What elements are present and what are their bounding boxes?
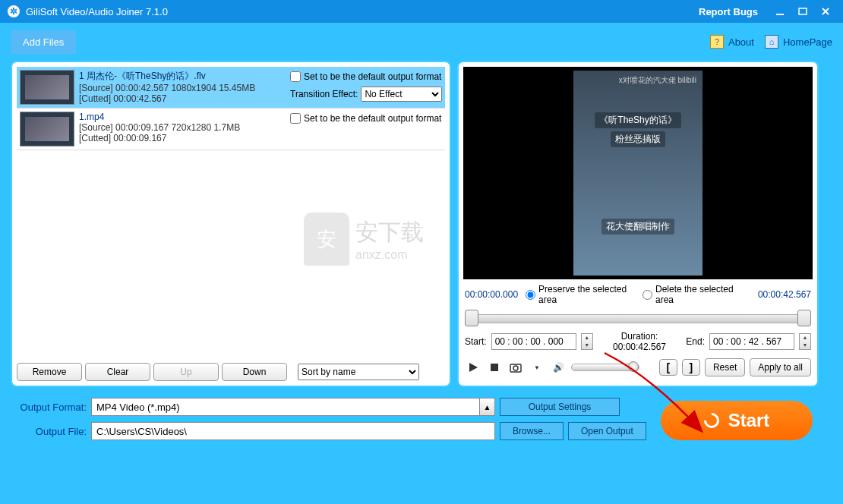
window-title: GiliSoft Video/Audio Joiner 7.1.0: [26, 6, 168, 17]
mark-out-button[interactable]: ]: [682, 359, 700, 376]
end-time-label: End:: [686, 336, 705, 347]
preview-panel: x对喷花的汽大佬 bilibili 《听TheShy的话》 粉丝恶搞版 花大使翻…: [457, 61, 819, 387]
volume-slider[interactable]: [571, 364, 639, 371]
time-end-label: 00:00:42.567: [758, 289, 811, 300]
file-cutted-meta: [Cutted] 00:00:42.567: [79, 93, 290, 104]
delete-radio[interactable]: Delete the selected area: [643, 284, 743, 305]
file-name: 1.mp4: [79, 112, 290, 122]
preview-source-watermark: x对喷花的汽大佬 bilibili: [619, 75, 696, 86]
file-list: 1 周杰伦-《听TheShy的话》.flv [Source] 00:00:42.…: [17, 67, 445, 358]
video-preview[interactable]: x对喷花的汽大佬 bilibili 《听TheShy的话》 粉丝恶搞版 花大使翻…: [463, 67, 813, 279]
remove-button[interactable]: Remove: [17, 363, 82, 381]
start-time-label: Start:: [465, 336, 487, 347]
up-button[interactable]: Up: [153, 363, 219, 381]
end-time-spinner[interactable]: ▲▼: [799, 333, 811, 350]
file-name: 1 周杰伦-《听TheShy的话》.flv: [79, 70, 290, 83]
file-source-meta: [Source] 00:00:42.567 1080x1904 15.45MB: [79, 83, 290, 93]
maximize-button[interactable]: [793, 4, 813, 19]
about-label: About: [728, 36, 754, 48]
mark-in-button[interactable]: [: [659, 359, 677, 376]
file-item[interactable]: 1 周杰伦-《听TheShy的话》.flv [Source] 00:00:42.…: [17, 67, 445, 109]
file-item[interactable]: 1.mp4 [Source] 00:00:09.167 720x1280 1.7…: [17, 109, 445, 150]
app-logo-icon: ✲: [8, 5, 20, 17]
clear-button[interactable]: Clear: [85, 363, 150, 381]
preview-title-1: 《听TheShy的话》: [595, 112, 680, 128]
output-format-input[interactable]: [91, 398, 480, 416]
list-buttons-row: Remove Clear Up Down Sort by name: [17, 358, 445, 381]
time-start-label: 00:00:00.000: [465, 289, 518, 300]
output-section: Output Format: ▲ Output Settings Output …: [0, 387, 843, 457]
home-icon: ⌂: [765, 35, 778, 49]
output-format-label: Output Format:: [11, 402, 87, 413]
file-cutted-meta: [Cutted] 00:00:09.167: [79, 133, 290, 143]
svg-rect-5: [491, 364, 498, 371]
output-format-dropdown-button[interactable]: ▲: [480, 398, 495, 416]
down-button[interactable]: Down: [222, 363, 287, 381]
apply-to-all-button[interactable]: Apply to all: [750, 358, 811, 376]
start-time-input[interactable]: [491, 333, 576, 350]
output-file-label: Output File:: [11, 426, 87, 437]
output-settings-button[interactable]: Output Settings: [500, 398, 620, 416]
homepage-label: HomePage: [783, 36, 832, 48]
start-button[interactable]: Start: [661, 401, 813, 440]
stop-button[interactable]: [486, 359, 503, 376]
about-icon: ?: [710, 35, 724, 49]
output-file-input[interactable]: [91, 422, 495, 440]
about-link[interactable]: ? About: [710, 35, 754, 49]
end-time-input[interactable]: [709, 333, 794, 350]
file-list-panel: 1 周杰伦-《听TheShy的话》.flv [Source] 00:00:42.…: [11, 61, 451, 387]
file-thumbnail: [20, 112, 74, 146]
svg-marker-4: [469, 363, 478, 372]
svg-point-7: [513, 366, 518, 370]
svg-rect-1: [799, 8, 807, 14]
snapshot-button[interactable]: [507, 359, 524, 376]
preserve-radio[interactable]: Preserve the selected area: [526, 284, 635, 305]
transition-label: Transition Effect:: [290, 89, 358, 99]
default-format-checkbox[interactable]: Set to be the default output format: [290, 71, 442, 82]
browse-button[interactable]: Browse...: [500, 422, 564, 440]
preview-title-2: 粉丝恶搞版: [611, 131, 665, 147]
open-output-button[interactable]: Open Output: [568, 422, 646, 440]
add-files-button[interactable]: Add Files: [11, 30, 76, 54]
volume-icon[interactable]: 🔊: [550, 359, 567, 376]
minimize-button[interactable]: [770, 4, 790, 19]
sort-select[interactable]: Sort by name: [298, 364, 419, 380]
trim-handle-left[interactable]: [465, 310, 478, 326]
report-bugs-link[interactable]: Report Bugs: [699, 6, 758, 17]
close-button[interactable]: [816, 4, 835, 19]
homepage-link[interactable]: ⌂ HomePage: [765, 35, 832, 49]
play-button[interactable]: [465, 359, 481, 376]
titlebar: ✲ GiliSoft Video/Audio Joiner 7.1.0 Repo…: [0, 0, 843, 23]
file-source-meta: [Source] 00:00:09.167 720x1280 1.7MB: [79, 122, 290, 133]
snapshot-chevron-icon[interactable]: ▼: [529, 359, 545, 376]
file-thumbnail: [20, 70, 74, 105]
reset-button[interactable]: Reset: [705, 358, 745, 376]
trim-slider[interactable]: [465, 310, 811, 328]
transition-select[interactable]: No Effect: [361, 87, 442, 102]
default-format-checkbox[interactable]: Set to be the default output format: [290, 113, 442, 124]
refresh-icon: [701, 410, 722, 431]
preview-title-3: 花大使翻唱制作: [601, 219, 674, 235]
start-time-spinner[interactable]: ▲▼: [581, 333, 593, 350]
trim-handle-right[interactable]: [797, 310, 811, 326]
toolbar: Add Files ? About ⌂ HomePage: [0, 23, 843, 61]
duration-value: 00:00:42.567: [613, 342, 666, 352]
